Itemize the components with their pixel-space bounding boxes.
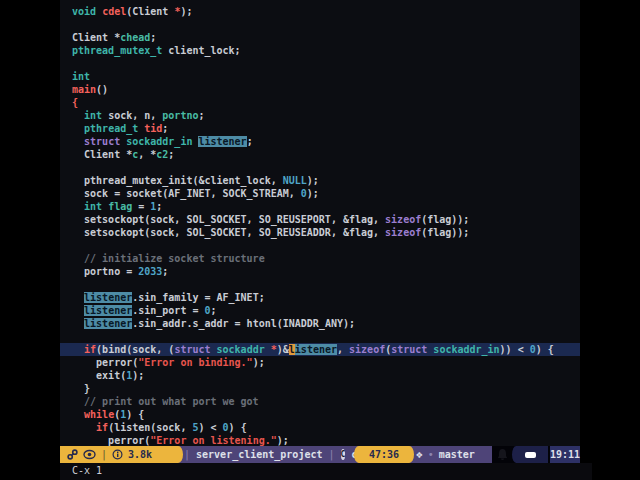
code-token: listener: [84, 318, 132, 329]
code-token: (Client: [126, 6, 174, 17]
code-token: "Error on listening.": [150, 435, 276, 446]
code-token: ) {: [536, 344, 554, 355]
code-line[interactable]: int flag = 1;: [60, 200, 580, 213]
line-column: 47:36: [369, 446, 399, 463]
code-token: [72, 292, 84, 303]
code-line[interactable]: pthread_mutex_init(&client_lock, NULL);: [60, 174, 580, 187]
code-token: [72, 201, 84, 212]
code-line[interactable]: sock = socket(AF_INET, SOCK_STREAM, 0);: [60, 187, 580, 200]
code-token: )&: [277, 344, 289, 355]
code-line[interactable]: pthread_mutex_t client_lock;: [60, 44, 580, 57]
code-token: NULL: [283, 175, 307, 186]
code-token: [72, 318, 84, 329]
code-line[interactable]: int sock, n, portno;: [60, 109, 580, 122]
cursor-position[interactable]: 47:36: [354, 446, 414, 463]
modeline-left-segment: | 3.8k: [60, 446, 183, 463]
code-line[interactable]: pthread_t tid;: [60, 122, 580, 135]
code-token: sockaddr_in: [433, 344, 499, 355]
code-token: portno =: [72, 266, 138, 277]
code-token: setsockopt(sock, SOL_SOCKET, SO_REUSEADD…: [72, 227, 385, 238]
code-token: int: [72, 71, 90, 82]
code-token: Client *: [72, 149, 132, 160]
code-line[interactable]: if(listen(sock, 5) < 0) {: [60, 421, 580, 434]
code-line[interactable]: struct sockaddr_in listener;: [60, 135, 580, 148]
code-line[interactable]: portno = 2033;: [60, 265, 580, 278]
code-line[interactable]: setsockopt(sock, SOL_SOCKET, SO_REUSEPOR…: [60, 213, 580, 226]
code-token: , *: [138, 149, 156, 160]
code-line[interactable]: listener.sin_port = 0;: [60, 304, 580, 317]
modeline: | 3.8k | server_client_project | C chats…: [60, 446, 580, 463]
text-cursor: l: [289, 344, 295, 355]
code-token: setsockopt(sock, SOL_SOCKET, SO_REUSEPOR…: [72, 214, 385, 225]
code-token: "Error on binding.": [138, 357, 252, 368]
editor-buffer[interactable]: void cdel(Client *);Client *chead;pthrea…: [60, 0, 580, 446]
code-token: Client *: [72, 32, 120, 43]
key-sequence: C-x 1: [72, 465, 102, 476]
code-line[interactable]: main(): [60, 83, 580, 96]
code-line[interactable]: Client *c, *c2;: [60, 148, 580, 161]
code-line[interactable]: [60, 330, 580, 343]
code-line[interactable]: Client *chead;: [60, 31, 580, 44]
code-token: pthread_mutex_t: [72, 45, 162, 56]
eye-icon[interactable]: [83, 449, 96, 460]
code-token: .sin_family = AF_INET;: [132, 292, 264, 303]
code-token: pthread_t: [84, 123, 138, 134]
code-token: ;: [150, 32, 156, 43]
code-token: while: [84, 409, 114, 420]
code-token: struct: [174, 344, 210, 355]
code-line[interactable]: perror("Error on listening.");: [60, 434, 580, 446]
code-line[interactable]: int: [60, 70, 580, 83]
code-token: [72, 305, 84, 316]
code-token: pthread_mutex_init(&client_lock,: [72, 175, 283, 186]
code-token: int: [84, 201, 102, 212]
code-line[interactable]: [60, 18, 580, 31]
code-line[interactable]: listener.sin_addr.s_addr = htonl(INADDR_…: [60, 317, 580, 330]
code-token: ;: [162, 123, 168, 134]
echo-area[interactable]: C-x 1: [60, 463, 592, 480]
code-token: ;: [156, 201, 162, 212]
code-token: if: [96, 422, 108, 433]
code-area[interactable]: void cdel(Client *);Client *chead;pthrea…: [60, 0, 580, 446]
code-token: sock = socket(AF_INET, SOCK_STREAM,: [72, 188, 301, 199]
code-line[interactable]: void cdel(Client *);: [60, 5, 580, 18]
code-line[interactable]: listener.sin_family = AF_INET;: [60, 291, 580, 304]
code-line[interactable]: // initialize socket structure: [60, 252, 580, 265]
code-token: ) {: [229, 422, 247, 433]
chain-link-icon[interactable]: [67, 449, 78, 460]
code-line[interactable]: {: [60, 96, 580, 109]
code-token: ;: [168, 149, 174, 160]
emacs-frame: void cdel(Client *);Client *chead;pthrea…: [0, 0, 640, 480]
code-line[interactable]: // print out what port we got: [60, 395, 580, 408]
code-line[interactable]: [60, 161, 580, 174]
code-line[interactable]: exit(1);: [60, 369, 580, 382]
clock-segment: 19:11: [550, 446, 580, 463]
code-line[interactable]: setsockopt(sock, SOL_SOCKET, SO_REUSEADD…: [60, 226, 580, 239]
code-token: exit(: [72, 370, 126, 381]
code-token: );: [132, 370, 144, 381]
code-token: listener: [198, 136, 246, 147]
code-line[interactable]: while(1) {: [60, 408, 580, 421]
code-token: // initialize socket structure: [72, 253, 265, 264]
code-token: main: [72, 84, 96, 95]
project-name[interactable]: server_client_project: [196, 446, 322, 463]
code-line[interactable]: perror("Error on binding.");: [60, 356, 580, 369]
code-line[interactable]: [60, 57, 580, 70]
code-token: );: [307, 175, 319, 186]
code-line[interactable]: if(bind(sock, (struct sockaddr *)&listen…: [60, 343, 580, 356]
notification-segment[interactable]: [512, 446, 548, 463]
time: 19:11: [550, 446, 580, 463]
branch-name: master: [439, 446, 475, 463]
code-line[interactable]: [60, 239, 580, 252]
code-token: [72, 409, 84, 420]
code-token: struct: [391, 344, 427, 355]
code-line[interactable]: [60, 278, 580, 291]
code-token: .sin_addr.s_addr = htonl(INADDR_ANY);: [132, 318, 355, 329]
code-token: sockaddr_in: [126, 136, 192, 147]
vcs-segment[interactable]: ❖ • master: [416, 446, 492, 463]
code-token: ,: [337, 344, 349, 355]
code-line[interactable]: }: [60, 382, 580, 395]
code-token: perror(: [72, 357, 138, 368]
modeline-divider: |: [101, 446, 107, 463]
code-token: [72, 344, 84, 355]
info-icon[interactable]: [112, 449, 123, 460]
